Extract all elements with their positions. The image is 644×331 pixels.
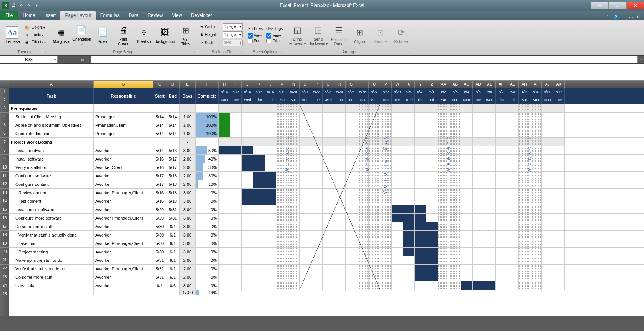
help-icon[interactable]: ? <box>613 14 618 20</box>
row-header-24[interactable]: 24 <box>0 281 9 290</box>
row-header-16[interactable]: 16 <box>0 214 9 222</box>
table-row[interactable]: Have cakeAworker6/46/63.000% <box>9 281 644 290</box>
column-header-C[interactable]: C <box>153 81 166 88</box>
table-row[interactable]: Do some more stuffAworker5/316/12.000% <box>9 273 644 281</box>
column-header-K[interactable]: K <box>253 81 265 88</box>
doc-close-icon[interactable]: ✕ <box>637 15 640 20</box>
column-header-I[interactable]: I <box>230 81 242 88</box>
column-header-AD[interactable]: AD <box>473 81 484 88</box>
row-header-21[interactable]: 21 <box>0 256 9 265</box>
ribbon-tab-insert[interactable]: Insert <box>40 11 60 20</box>
name-box[interactable]: B33 <box>0 56 58 63</box>
column-header-V[interactable]: V <box>380 81 392 88</box>
orientation-button[interactable]: 📄Orientation <box>72 23 92 46</box>
excel-icon[interactable]: X <box>2 2 9 9</box>
row-header-18[interactable]: 18 <box>0 231 9 239</box>
table-row[interactable]: Agree on and document ObjectivesPmanager… <box>9 121 644 129</box>
row-header-7[interactable]: 7 <box>0 138 9 146</box>
ribbon-tab-formulas[interactable]: Formulas <box>96 11 124 20</box>
table-row[interactable]: Install softwareAworker5/165/172.0040% <box>9 155 644 163</box>
doc-minimize-icon[interactable]: ─ <box>622 15 625 19</box>
row-header-20[interactable]: 20 <box>0 248 9 256</box>
table-row[interactable]: 47.0014% <box>9 290 644 295</box>
column-header-B[interactable]: B <box>94 81 153 88</box>
ribbon-tab-data[interactable]: Data <box>124 11 143 20</box>
row-header-3[interactable]: 3 <box>0 104 9 113</box>
formula-input[interactable] <box>91 56 638 63</box>
width-select[interactable]: 1 page▾ <box>223 23 243 30</box>
formula-expand-icon[interactable]: ▾ <box>638 56 644 63</box>
send-backward-button[interactable]: ◲Send Backward <box>308 23 328 46</box>
column-header-E[interactable]: E <box>180 81 196 88</box>
file-tab[interactable]: File <box>0 11 18 20</box>
row-header-2[interactable]: 2 <box>0 96 9 104</box>
column-header-AF[interactable]: AF <box>496 81 507 88</box>
ribbon-tab-developer[interactable]: Developer <box>186 11 217 20</box>
column-header-T[interactable]: T <box>357 81 369 88</box>
column-header-AE[interactable]: AE <box>484 81 496 88</box>
table-row[interactable]: Configure contentAworker5/175/182.0010% <box>9 180 644 189</box>
formula-expanded-area[interactable] <box>0 64 644 81</box>
print-titles-button[interactable]: ⊞Print Titles <box>176 24 195 46</box>
effects-button[interactable]: ◉Effects <box>23 39 47 46</box>
row-header-25[interactable]: 25 <box>0 290 9 298</box>
column-header-S[interactable]: S <box>346 81 357 88</box>
column-header-AC[interactable]: AC <box>461 81 473 88</box>
grid[interactable]: TaskResponsibleStartEndDaysComplete5/145… <box>9 88 644 316</box>
column-header-Q[interactable]: Q <box>323 81 334 88</box>
row-header-1[interactable]: 1 <box>0 88 9 96</box>
redo-icon[interactable]: ↷ <box>25 2 32 9</box>
align-button[interactable]: ⊞Align <box>350 26 369 44</box>
row-header-5[interactable]: 5 <box>0 121 9 129</box>
row-header-11[interactable]: 11 <box>0 172 9 180</box>
column-header-O[interactable]: O <box>300 81 311 88</box>
breaks-button[interactable]: ⎀Breaks <box>135 26 154 44</box>
qat-dropdown-icon[interactable]: ▾ <box>33 2 40 9</box>
select-all-corner[interactable] <box>0 81 9 88</box>
size-button[interactable]: 📃Size <box>93 26 112 44</box>
table-row[interactable]: Project Work Begins- <box>9 138 644 146</box>
column-header-Z[interactable]: Z <box>426 81 438 88</box>
table-row[interactable]: Verify installationAworker,Client5/165/1… <box>9 163 644 172</box>
column-header-AG[interactable]: AG <box>507 81 519 88</box>
column-header-F[interactable]: F <box>196 81 219 88</box>
colors-button[interactable]: 🎨Colors <box>23 24 47 31</box>
ribbon-tab-page-layout[interactable]: Page Layout <box>60 11 95 20</box>
column-header-Y[interactable]: Y <box>415 81 426 88</box>
row-header-8[interactable]: 8 <box>0 146 9 155</box>
column-header-J[interactable]: J <box>242 81 253 88</box>
column-header-AJ[interactable]: AJ <box>542 81 553 88</box>
column-header-L[interactable]: L <box>265 81 276 88</box>
column-header-AH[interactable]: AH <box>519 81 530 88</box>
row-header-13[interactable]: 13 <box>0 189 9 197</box>
ribbon-tab-home[interactable]: Home <box>18 11 40 20</box>
bring-forward-button[interactable]: ◱Bring Forward <box>288 23 307 46</box>
undo-icon[interactable]: ↶ <box>18 2 25 9</box>
column-header-R[interactable]: R <box>334 81 346 88</box>
gridlines-view-checkbox[interactable]: View <box>248 33 263 38</box>
close-button[interactable]: ✕ <box>626 2 644 9</box>
row-header-15[interactable]: 15 <box>0 205 9 214</box>
column-header-AB[interactable]: AB <box>449 81 461 88</box>
column-header-M[interactable]: M <box>276 81 288 88</box>
headings-view-checkbox[interactable]: View <box>266 33 283 38</box>
table-row[interactable]: Take lunchAworker,Pmanager,Client5/306/1… <box>9 239 644 248</box>
row-header-17[interactable]: 17 <box>0 222 9 231</box>
table-row[interactable]: Verify that stuff is actually doneAworke… <box>9 231 644 239</box>
height-select[interactable]: 1 page▾ <box>223 31 243 38</box>
column-header-X[interactable]: X <box>403 81 415 88</box>
table-row[interactable]: Configure more softwareAworker,Pmanager,… <box>9 214 644 222</box>
doc-restore-icon[interactable]: ▭ <box>629 15 633 20</box>
column-header-AK[interactable]: AK <box>553 81 565 88</box>
row-header-9[interactable]: 9 <box>0 155 9 163</box>
table-row[interactable]: Prerequisites <box>9 104 644 113</box>
row-header-6[interactable]: 6 <box>0 129 9 138</box>
row-header-12[interactable]: 12 <box>0 180 9 189</box>
column-header-A[interactable]: A <box>9 81 94 88</box>
table-row[interactable]: Project meetingAworker5/306/13.000% <box>9 248 644 256</box>
row-header-10[interactable]: 10 <box>0 163 9 172</box>
headings-print-checkbox[interactable]: Print <box>266 38 283 43</box>
column-header-W[interactable]: W <box>392 81 403 88</box>
column-header-AA[interactable]: AA <box>438 81 449 88</box>
margins-button[interactable]: ▦Margins <box>52 26 71 44</box>
